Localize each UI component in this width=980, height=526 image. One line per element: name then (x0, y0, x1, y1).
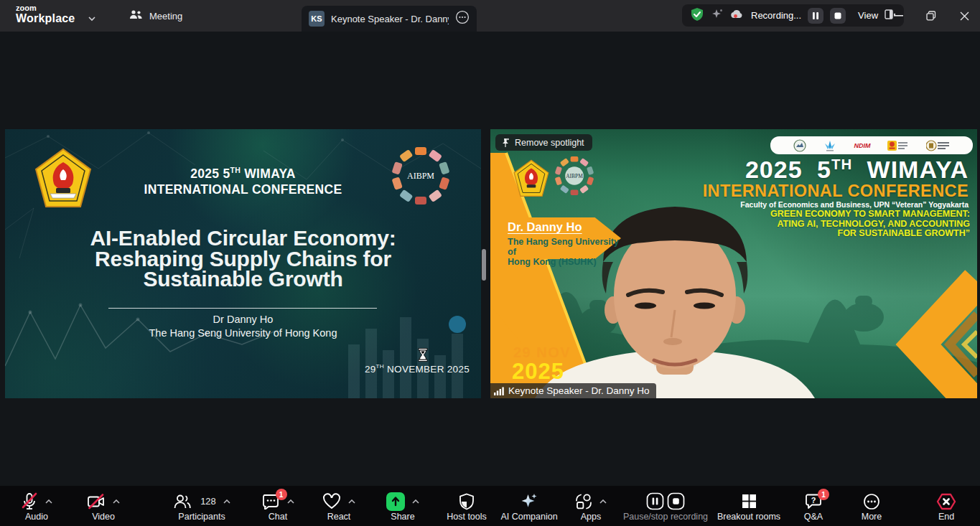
qa-badge: 1 (818, 489, 829, 500)
chat-button[interactable]: 1 Chat (249, 492, 307, 522)
remove-spotlight-button[interactable]: Remove spotlight (495, 134, 592, 151)
video-tile-speaker[interactable]: NDIM 2025 5TH WIMAYA INTERNATIONAL CONFE… (490, 129, 977, 398)
more-label: More (862, 512, 882, 522)
video-button[interactable]: Video (78, 492, 129, 522)
chat-badge: 1 (276, 489, 287, 500)
zoom-logo-text: zoom (16, 4, 75, 12)
breakout-rooms-button[interactable]: Breakout rooms (706, 492, 792, 522)
qa-button[interactable]: ? 1 Q&A (785, 492, 842, 522)
restore-button[interactable] (919, 0, 943, 32)
stop-recording-icon[interactable] (667, 492, 685, 510)
meeting-tab-label: Meeting (149, 11, 182, 22)
chevron-up-icon[interactable] (45, 499, 52, 504)
participants-label: Participants (178, 512, 225, 522)
meeting-toolbar: Audio Video 128 Participants (0, 486, 980, 526)
tab-title: Keynote Speaker - Dr. Danny Ho's (331, 14, 449, 24)
ai-companion-button[interactable]: AI Companion (490, 492, 569, 522)
more-icon (863, 493, 880, 510)
chevron-up-icon[interactable] (348, 499, 355, 504)
security-shield-icon[interactable] (690, 7, 704, 24)
audio-label: Audio (25, 512, 48, 522)
meeting-people-icon (129, 9, 143, 22)
remove-spotlight-label: Remove spotlight (515, 138, 584, 148)
workplace-logo-text: Workplace (16, 12, 75, 25)
cloud-recording-icon (730, 9, 745, 22)
breakout-rooms-icon (741, 493, 757, 509)
heart-icon (322, 493, 341, 509)
pause-recording-icon[interactable] (646, 492, 664, 510)
video-label: Video (92, 512, 115, 522)
camera-muted-icon (87, 494, 106, 509)
video-tile-slide[interactable]: AIBPM 2025 5TH WIMAYA INTERNATIONAL CONF… (5, 129, 481, 398)
tile-resize-handle[interactable] (482, 249, 486, 281)
ai-companion-sparkle-icon (520, 492, 538, 510)
tab-options-icon[interactable] (455, 10, 470, 27)
chevron-down-icon[interactable] (88, 11, 96, 24)
chat-label: Chat (269, 512, 287, 522)
close-button[interactable] (952, 0, 976, 32)
end-label: End (938, 512, 954, 522)
mic-muted-icon (21, 492, 38, 511)
host-tools-label: Host tools (447, 512, 487, 522)
audio-level-icon (494, 387, 504, 395)
apps-label: Apps (581, 512, 602, 522)
audio-button[interactable]: Audio (11, 492, 62, 522)
slide-conference-heading: 2025 5TH WIMAYA INTERNATIONAL CONFERENCE (5, 162, 481, 197)
participant-name-label: Keynote Speaker - Dr. Danny Ho (490, 383, 656, 398)
pause-stop-recording-label: Pause/stop recording (623, 512, 708, 522)
apps-icon (575, 493, 592, 510)
slide-divider-line (108, 308, 377, 309)
tab-meeting[interactable]: Meeting (123, 0, 188, 32)
chevron-up-icon[interactable] (223, 499, 230, 504)
qa-label: Q&A (804, 512, 823, 522)
tab-keynote-speaker[interactable]: KS Keynote Speaker - Dr. Danny Ho's (302, 6, 477, 32)
window-titlebar: zoom Workplace Meeting KS Keynote Speake… (0, 0, 980, 32)
participants-icon (173, 494, 192, 509)
pause-recording-button[interactable] (808, 8, 823, 24)
participant-name-text: Keynote Speaker - Dr. Danny Ho (508, 385, 650, 396)
meeting-stage: AIBPM 2025 5TH WIMAYA INTERNATIONAL CONF… (0, 32, 980, 486)
more-button[interactable]: More (846, 492, 897, 522)
recording-label: Recording... (751, 10, 801, 21)
share-icon (386, 492, 405, 511)
svg-text:?: ? (811, 496, 816, 504)
slide-title: AI-Enabled Circular Economy: Reshaping S… (5, 228, 481, 290)
ai-companion-label: AI Companion (500, 512, 557, 522)
end-button[interactable]: End (921, 492, 971, 522)
minimize-button[interactable] (886, 0, 910, 32)
slide-speaker-university: The Hang Seng University of Hong Kong (5, 327, 481, 339)
breakout-rooms-label: Breakout rooms (717, 512, 780, 522)
react-button[interactable]: React (310, 492, 368, 522)
event-date-line2: 2025 (512, 359, 564, 385)
host-tools-shield-icon (459, 493, 475, 510)
chevron-up-icon[interactable] (113, 499, 120, 504)
chevron-up-icon[interactable] (412, 499, 419, 504)
share-label: Share (391, 512, 414, 522)
react-label: React (327, 512, 351, 522)
stop-recording-button[interactable] (830, 8, 846, 24)
share-button[interactable]: Share (374, 492, 431, 522)
ai-sparkle-icon[interactable] (711, 8, 724, 24)
participants-button[interactable]: 128 Participants (159, 492, 245, 522)
end-call-icon (936, 493, 956, 510)
slide-speaker-name: Dr Danny Ho (5, 314, 481, 325)
pushpin-icon (501, 138, 510, 148)
view-label[interactable]: View (858, 10, 878, 21)
participants-count: 128 (200, 496, 216, 507)
zoom-workplace-logo[interactable]: zoom Workplace (16, 4, 75, 25)
chevron-up-icon[interactable] (287, 499, 294, 504)
slide-date: 29TH NOVEMBER 2025 (365, 363, 470, 375)
chevron-up-icon[interactable] (599, 499, 607, 504)
hourglass-cursor-icon (418, 348, 428, 362)
recording-status-pill: Recording... View (682, 4, 904, 27)
tab-avatar-badge: KS (309, 11, 325, 27)
